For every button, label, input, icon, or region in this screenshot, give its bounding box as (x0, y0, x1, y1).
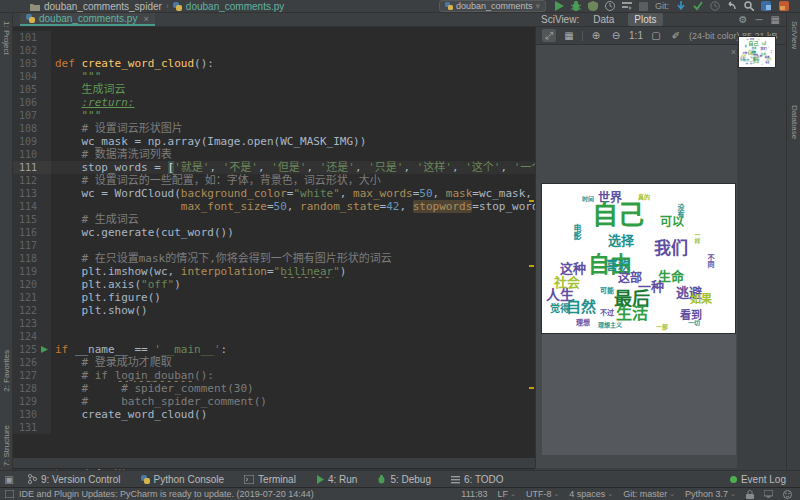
history-button[interactable] (710, 1, 720, 11)
line-number[interactable]: 115 (13, 213, 39, 226)
code-line[interactable]: 115 # 生成词云 (13, 213, 535, 226)
code-line[interactable]: 103def create_word_cloud(): (13, 57, 535, 70)
code-line[interactable]: 110 # 数据清洗词列表 (13, 148, 535, 161)
breadcrumb-project[interactable]: douban_comments_spider (44, 1, 162, 12)
line-number[interactable]: 101 (13, 31, 39, 44)
tool-button-sciview[interactable]: SciView (790, 21, 799, 49)
screen-reader-icon[interactable] (764, 490, 773, 498)
hide-icon[interactable]: ─ (755, 14, 762, 25)
fit-zoom-icon[interactable]: ⤢ (542, 29, 556, 42)
code-line[interactable]: 124 (13, 330, 535, 343)
code-line[interactable]: 101 (13, 31, 535, 44)
line-number[interactable]: 111 (13, 161, 39, 174)
code-line[interactable]: 130 create_word_cloud() (13, 408, 535, 421)
code-line[interactable]: 127 # if login_douban(): (13, 369, 535, 382)
line-number[interactable]: 110 (13, 148, 39, 161)
error-stripe-mark[interactable] (529, 265, 534, 267)
update-project-button[interactable] (676, 1, 686, 11)
code-line[interactable]: 106 :return: (13, 96, 535, 109)
line-number[interactable]: 105 (13, 83, 39, 96)
interpreter-widget[interactable]: Python 3.7⌄ (685, 489, 736, 499)
line-number[interactable]: 131 (13, 421, 39, 434)
line-number[interactable]: 122 (13, 304, 39, 317)
line-number[interactable]: 127 (13, 369, 39, 382)
line-number[interactable]: 104 (13, 70, 39, 83)
line-number[interactable]: 126 (13, 356, 39, 369)
rollback-button[interactable] (727, 1, 737, 11)
commit-button[interactable] (693, 1, 703, 11)
tool-button-python-console[interactable]: Python Console (131, 471, 235, 488)
coverage-button[interactable] (588, 1, 598, 11)
code-line[interactable]: 128 # # spider_comment(30) (13, 382, 535, 395)
line-number[interactable]: 106 (13, 96, 39, 109)
layout-icon[interactable]: ▦ (771, 14, 780, 25)
status-message[interactable]: IDE and Plugin Updates: PyCharm is ready… (19, 489, 314, 499)
line-number[interactable]: 121 (13, 291, 39, 304)
chessboard-icon[interactable]: ▢ (649, 29, 663, 42)
line-number[interactable]: 123 (13, 317, 39, 330)
code-line[interactable]: 108 # 设置词云形状图片 (13, 122, 535, 135)
line-number[interactable]: 119 (13, 265, 39, 278)
gear-icon[interactable]: ⚙ (738, 14, 747, 25)
line-number[interactable]: 116 (13, 226, 39, 239)
run-with-options-button[interactable] (622, 1, 632, 11)
code-line[interactable]: 119 plt.imshow(wc, interpolation="biline… (13, 265, 535, 278)
caret-position-widget[interactable]: 111:83 (461, 489, 487, 499)
sciview-tab-data[interactable]: Data (587, 13, 620, 26)
code-line[interactable]: 121 plt.figure() (13, 291, 535, 304)
tool-button-structure[interactable]: 7: Structure (2, 425, 11, 466)
run-button[interactable] (554, 1, 564, 11)
line-number[interactable]: 118 (13, 252, 39, 265)
plugin-icon-orange[interactable] (779, 1, 790, 11)
code-line[interactable]: 118 # 在只设置mask的情况下,你将会得到一个拥有图片形状的词云 (13, 252, 535, 265)
encoding-widget[interactable]: UTF-8⌄ (526, 489, 559, 499)
inspections-hector-icon[interactable] (783, 490, 792, 499)
tool-button-database[interactable]: Database (790, 105, 799, 139)
line-number[interactable]: 129 (13, 395, 39, 408)
line-number[interactable]: 103 (13, 57, 39, 70)
line-number[interactable]: 128 (13, 382, 39, 395)
code-line[interactable]: 123 (13, 317, 535, 330)
thumbnail-close-icon[interactable]: × (731, 47, 736, 57)
code-line[interactable]: 107 """ (13, 109, 535, 122)
code-line[interactable]: 125if __name__ == '__main__': (13, 343, 535, 356)
line-number[interactable]: 112 (13, 174, 39, 187)
code-line[interactable]: 129 # batch_spider_comment() (13, 395, 535, 408)
code-line[interactable]: 105 生成词云 (13, 83, 535, 96)
wordcloud-plot-image[interactable]: 世界时间真的自己没有可以电影选择我们一样自由生命不同这种喜欢这部社会一种人生可能… (542, 184, 735, 333)
run-configuration-select[interactable]: douban_comments ▾ (439, 0, 546, 12)
tool-button-debug[interactable]: 5: Debug (367, 471, 441, 488)
line-number[interactable]: 120 (13, 278, 39, 291)
code-line[interactable]: 112 # 设置词云的一些配置，如：字体，背景色，词云形状，大小 (13, 174, 535, 187)
pipette-icon[interactable]: ✐ (669, 29, 683, 42)
breadcrumb-file[interactable]: douban_comments.py (186, 1, 284, 12)
sciview-tab-plots[interactable]: Plots (628, 13, 662, 26)
plugin-icon-blue[interactable] (761, 1, 772, 11)
code-line[interactable]: 111 stop_words = ['就是', '不是', '但是', '还是'… (13, 161, 535, 174)
event-log-button[interactable]: Event Log (730, 474, 800, 485)
code-editor[interactable]: 101102103def create_word_cloud():104 """… (13, 27, 535, 458)
tool-button-terminal[interactable]: Terminal (234, 471, 306, 488)
code-line[interactable]: 109 wc_mask = np.array(Image.open(WC_MAS… (13, 135, 535, 148)
git-branch-widget[interactable]: Git: master⌄ (623, 489, 675, 499)
code-line[interactable]: 120 plt.axis("off") (13, 278, 535, 291)
window-icon[interactable] (5, 490, 14, 498)
code-line[interactable]: 114 max_font_size=50, random_state=42, s… (13, 200, 535, 213)
code-line[interactable]: 102 (13, 44, 535, 57)
editor-tab-douban-comments[interactable]: douban_comments.py × (20, 13, 155, 26)
tool-button-project[interactable]: 1: Project (2, 21, 11, 55)
profiler-button[interactable] (605, 1, 615, 11)
tab-close-icon[interactable]: × (143, 14, 148, 24)
lock-icon[interactable] (746, 490, 754, 499)
tool-window-switcher-icon[interactable]: ▣ (0, 474, 18, 485)
search-everywhere-icon[interactable] (744, 1, 754, 11)
line-number[interactable]: 107 (13, 109, 39, 122)
line-number[interactable]: 114 (13, 200, 39, 213)
zoom-in-icon[interactable]: ⊕ (589, 29, 603, 42)
actual-size-button[interactable]: 1:1 (629, 29, 643, 42)
grid-icon[interactable]: ▦ (562, 29, 576, 42)
tool-button-run[interactable]: 4: Run (306, 471, 367, 488)
line-number[interactable]: 113 (13, 187, 39, 200)
error-stripe-mark[interactable] (529, 200, 534, 202)
code-line[interactable]: 131 (13, 421, 535, 434)
